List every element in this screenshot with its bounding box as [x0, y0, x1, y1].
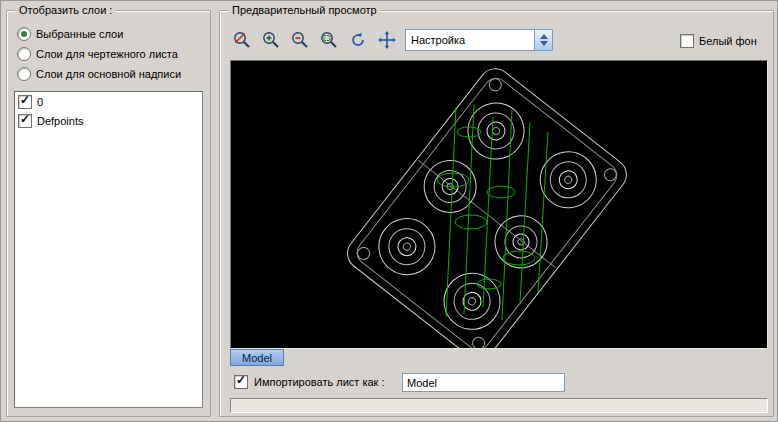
view-config-combo[interactable]: Настройка [405, 29, 553, 51]
refresh-icon[interactable] [344, 27, 371, 53]
hole-cluster-2 [529, 141, 608, 220]
hole-cluster-5 [368, 207, 447, 286]
import-row: Импортировать лист как : [234, 375, 385, 389]
zoom-all-icon[interactable] [228, 27, 255, 53]
spinner-up-icon[interactable] [540, 34, 548, 39]
import-sheet-checkbox[interactable] [234, 375, 248, 389]
display-layers-group: Отобразить слои : Выбранные слои Слои дл… [6, 10, 211, 417]
radio-selected-layers[interactable]: Выбранные слои [17, 27, 123, 41]
preview-model [231, 61, 767, 348]
radio-selected-layers-circle[interactable] [17, 27, 31, 41]
pan-icon[interactable] [373, 27, 400, 53]
layer-0-label: 0 [37, 96, 43, 108]
layer-row-defpoints[interactable]: Defpoints [15, 111, 202, 130]
layer-0-checkbox[interactable] [18, 95, 32, 109]
preview-title: Предварительный просмотр [228, 4, 381, 16]
display-layers-title: Отобразить слои : [15, 4, 116, 16]
radio-titleblock-layers-circle[interactable] [17, 67, 31, 81]
tab-model[interactable]: Model [230, 349, 284, 366]
import-sheet-label: Импортировать лист как : [254, 376, 385, 388]
zoom-out-icon[interactable] [286, 27, 313, 53]
preview-toolbar [228, 27, 400, 53]
radio-selected-layers-label: Выбранные слои [36, 28, 123, 40]
radio-sheet-layers[interactable]: Слои для чертежного листа [17, 47, 178, 61]
radio-sheet-layers-circle[interactable] [17, 47, 31, 61]
radio-titleblock-layers-label: Слои для основной надписи [36, 68, 181, 80]
import-sheet-name-input[interactable] [402, 373, 565, 392]
layer-defpoints-label: Defpoints [37, 115, 83, 127]
spinner-down-icon[interactable] [540, 41, 548, 46]
white-bg-row[interactable]: Белый фон [680, 34, 757, 48]
layer-defpoints-checkbox[interactable] [18, 114, 32, 128]
view-config-value: Настройка [406, 34, 534, 46]
white-bg-label: Белый фон [699, 35, 757, 47]
progress-bar [230, 398, 768, 413]
radio-titleblock-layers[interactable]: Слои для основной надписи [17, 67, 181, 81]
hole-cluster-1 [457, 92, 536, 171]
layer-row-0[interactable]: 0 [15, 92, 202, 111]
combo-spinner[interactable] [534, 30, 552, 50]
zoom-in-icon[interactable] [257, 27, 284, 53]
layer-list[interactable]: 0 Defpoints [14, 91, 203, 408]
preview-canvas[interactable] [230, 60, 768, 349]
zoom-window-icon[interactable] [315, 27, 342, 53]
import-dwg-dialog: Отобразить слои : Выбранные слои Слои дл… [0, 0, 778, 422]
white-bg-checkbox[interactable] [680, 34, 694, 48]
preview-group: Предварительный просмотр [219, 10, 774, 417]
hole-cluster-4 [485, 205, 558, 278]
radio-sheet-layers-label: Слои для чертежного листа [36, 48, 178, 60]
